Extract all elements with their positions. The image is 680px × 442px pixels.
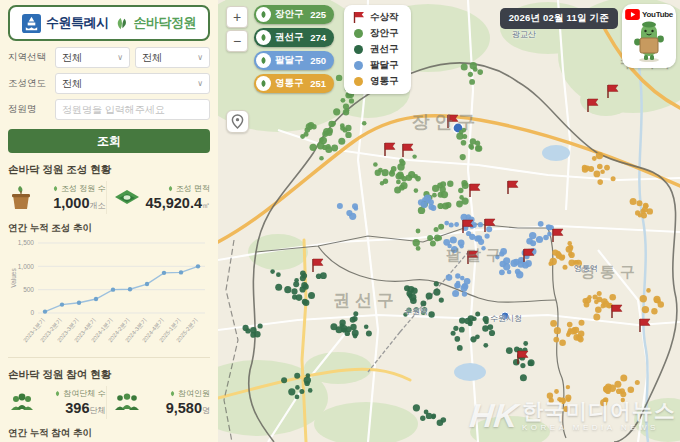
participating-groups-stat: 참여단체 수 396단체 <box>8 386 106 419</box>
year-filter-row: 조성연도 전체 ∨ <box>8 73 210 94</box>
svg-text:1,500: 1,500 <box>18 239 35 246</box>
garden-name-label: 정원명 <box>8 103 50 116</box>
youtube-card[interactable]: YouTube <box>622 4 676 68</box>
blue-dot-icon <box>354 61 363 70</box>
created-area-value: 45,920.4㎡ <box>145 194 211 212</box>
participation-chart-title: 연간 누적 참여 추이 <box>8 427 210 440</box>
legend-gwonseon: 권선구 <box>352 43 399 56</box>
participants-label-row: 참여인원 <box>145 388 211 399</box>
legend-yeongtong: 영통구 <box>352 75 399 88</box>
youtube-logo: YouTube <box>625 9 673 20</box>
legend-jangan: 장안구 <box>352 27 399 40</box>
brand-garden-name: 손바닥정원 <box>134 14 197 32</box>
leaf-icon <box>256 7 271 22</box>
participants-label: 참여인원 <box>178 388 210 399</box>
green-dot-icon <box>354 29 363 38</box>
leaf-icon <box>114 16 129 31</box>
chevron-down-icon: ∨ <box>117 53 123 62</box>
leaf-icon <box>256 30 271 45</box>
creation-trend-chart: 05001,0001,500Values2023-1분기2023-2분기2023… <box>8 235 210 351</box>
chevron-down-icon: ∨ <box>197 79 203 88</box>
created-gardens-value: 1,000개소 <box>38 194 106 212</box>
garden-name-row: 정원명 <box>8 99 210 120</box>
created-gardens-label: 조성 정원 수 <box>61 183 105 194</box>
pill-yeongtong[interactable]: 영통구 251 <box>254 74 334 93</box>
svg-text:500: 500 <box>23 286 34 293</box>
sidebar: 수원특례시 손바닥정원 지역선택 전체 ∨ 전체 ∨ 조성연도 전체 ∨ <box>0 0 218 442</box>
region-select-1-value: 전체 <box>62 51 82 65</box>
data-date-badge: 2026년 02월 11일 기준 <box>500 8 618 29</box>
cactus-mascot-icon <box>631 20 667 62</box>
legend-award: 수상작 <box>352 11 399 24</box>
map-pin-icon <box>231 114 244 129</box>
legend-paldal: 팔달구 <box>352 59 399 72</box>
garden-name-field-wrap <box>55 99 210 120</box>
leaf-icon <box>167 185 174 192</box>
participation-stats: 참여단체 수 396단체 참여인원 9,580명 <box>8 386 210 419</box>
participants-stat: 참여인원 9,580명 <box>106 386 211 419</box>
map-legend: 수상작 장안구 권선구 팔달구 영통구 <box>344 5 411 94</box>
svg-text:Values: Values <box>10 268 17 288</box>
leaf-icon <box>256 76 271 91</box>
leaf-icon <box>54 390 61 397</box>
locate-button[interactable] <box>226 110 249 133</box>
region-select-2[interactable]: 전체 ∨ <box>135 47 210 68</box>
svg-text:0: 0 <box>30 309 34 316</box>
leaf-icon <box>256 53 271 68</box>
pill-paldal[interactable]: 팔달구 250 <box>254 51 334 70</box>
created-area-stat: 조성 면적 45,920.4㎡ <box>106 181 211 214</box>
created-area-label: 조성 면적 <box>176 183 210 194</box>
creation-stats: 조성 정원 수 1,000개소 조성 면적 45,920.4㎡ <box>8 181 210 214</box>
creation-chart-title: 연간 누적 조성 추이 <box>8 222 210 235</box>
created-gardens-label-row: 조성 정원 수 <box>38 183 106 194</box>
zoom-out-button[interactable]: − <box>226 30 248 52</box>
money-leaf-icon <box>113 186 141 210</box>
participating-groups-label: 참여단체 수 <box>63 388 105 399</box>
created-gardens-stat: 조성 정원 수 1,000개소 <box>8 181 106 214</box>
people-group-icon <box>8 392 36 414</box>
region-select-2-value: 전체 <box>142 51 162 65</box>
brand-city-name: 수원특례시 <box>46 14 109 32</box>
participating-groups-value: 396단체 <box>40 399 106 417</box>
chevron-down-icon: ∨ <box>197 53 203 62</box>
dashboard: 수원특례시 손바닥정원 지역선택 전체 ∨ 전체 ∨ 조성연도 전체 ∨ <box>0 0 680 442</box>
pill-jangan[interactable]: 장안구 225 <box>254 5 334 24</box>
region-filter-row: 지역선택 전체 ∨ 전체 ∨ <box>8 47 210 68</box>
creation-section-title: 손바닥 정원 조성 현황 <box>8 163 210 177</box>
region-select-1[interactable]: 전체 ∨ <box>55 47 130 68</box>
participants-value: 9,580명 <box>145 399 211 417</box>
year-select[interactable]: 전체 ∨ <box>55 73 210 94</box>
year-select-value: 전체 <box>62 77 82 91</box>
year-label: 조성연도 <box>8 77 50 90</box>
district-pills: 장안구 225 권선구 274 팔달구 250 영통구 251 <box>254 5 334 93</box>
leaf-icon <box>52 185 59 192</box>
dark-green-dot-icon <box>354 45 363 54</box>
map-controls: + − <box>226 6 249 133</box>
section-divider <box>8 357 210 358</box>
garden-name-input[interactable] <box>62 104 203 115</box>
map[interactable]: 장안구팔달구권선구영통구수지구 광교산수원역수원시청영통역 + − 장안구 22… <box>218 0 680 442</box>
zoom-in-button[interactable]: + <box>226 6 248 28</box>
participating-groups-label-row: 참여단체 수 <box>40 388 106 399</box>
youtube-play-icon <box>625 9 640 20</box>
pill-gwonseon[interactable]: 권선구 274 <box>254 28 334 47</box>
leaf-icon <box>169 390 176 397</box>
orange-dot-icon <box>354 77 363 86</box>
created-area-label-row: 조성 면적 <box>145 183 211 194</box>
suwon-city-logo-icon <box>22 14 41 33</box>
search-button[interactable]: 조회 <box>8 129 210 153</box>
red-flag-icon <box>352 11 365 24</box>
svg-text:1,000: 1,000 <box>18 263 35 270</box>
region-label: 지역선택 <box>8 51 50 64</box>
people-crowd-icon <box>113 392 141 414</box>
flower-pot-icon <box>8 185 34 211</box>
participation-section-title: 손바닥 정원 참여 현황 <box>8 368 210 382</box>
brand-header: 수원특례시 손바닥정원 <box>8 5 210 41</box>
